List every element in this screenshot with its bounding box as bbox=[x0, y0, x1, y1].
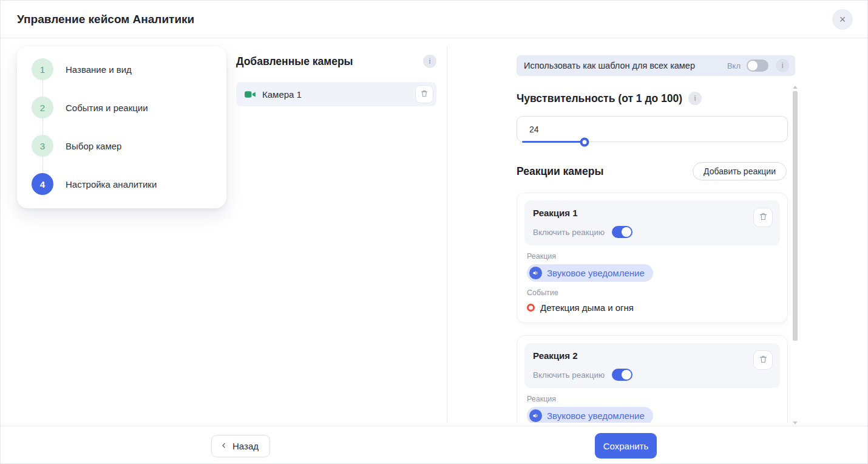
enable-reaction-label: Включить реакцию bbox=[533, 228, 605, 237]
step-connector bbox=[42, 80, 43, 97]
sensitivity-header: Чувствительность (от 1 до 100) i bbox=[517, 92, 702, 105]
reaction-card-2: Реакция 2 Включить реакцию Реакция bbox=[517, 335, 788, 423]
modal-footer: Назад Сохранить bbox=[1, 426, 867, 464]
event-field-label: Событие bbox=[527, 288, 778, 297]
sensitivity-field bbox=[517, 116, 788, 142]
step-number-badge: 3 bbox=[32, 135, 53, 157]
scrollbar bbox=[791, 86, 799, 426]
delete-reaction-button[interactable] bbox=[753, 208, 773, 227]
close-icon: × bbox=[839, 14, 846, 25]
sensitivity-slider-thumb[interactable] bbox=[580, 137, 589, 146]
reaction-field-label: Реакция bbox=[527, 395, 778, 403]
camera-reactions-title: Реакции камеры bbox=[517, 165, 603, 178]
template-banner: Использовать как шаблон для всех камер В… bbox=[517, 55, 795, 76]
close-button[interactable]: × bbox=[832, 9, 853, 30]
event-row: Детекция дыма и огня bbox=[527, 302, 778, 313]
step-label: Название и вид bbox=[66, 64, 132, 75]
toggle-knob bbox=[622, 370, 631, 380]
chevron-left-icon bbox=[220, 441, 228, 451]
sensitivity-title: Чувствительность (от 1 до 100) bbox=[517, 92, 682, 105]
sensitivity-slider-fill bbox=[522, 141, 585, 143]
reactions-list: Реакция 1 Включить реакцию Реакция bbox=[517, 193, 788, 423]
reaction-card-body: Реакция Звуковое уведомление Событие Дет… bbox=[517, 252, 787, 313]
stepper-step-1[interactable]: 1 Название и вид bbox=[32, 58, 226, 80]
back-button[interactable]: Назад bbox=[211, 435, 270, 457]
page-title: Управление кейсом Аналитики bbox=[17, 13, 194, 26]
scrollbar-thumb[interactable] bbox=[793, 91, 798, 341]
trash-icon bbox=[759, 355, 768, 366]
delete-camera-button[interactable] bbox=[415, 85, 433, 103]
stepper-card: 1 Название и вид 2 События и реакции 3 В… bbox=[17, 46, 226, 208]
back-button-label: Назад bbox=[232, 441, 259, 451]
step-label: Выбор камер bbox=[66, 141, 121, 151]
camera-icon bbox=[245, 90, 256, 98]
reaction-chip-label: Звуковое уведомление bbox=[547, 268, 645, 278]
camera-name: Камера 1 bbox=[262, 89, 415, 100]
trash-icon bbox=[759, 212, 768, 223]
sensitivity-input[interactable] bbox=[529, 117, 675, 142]
reaction-chip: Звуковое уведомление bbox=[527, 407, 653, 423]
step-number-badge: 4 bbox=[32, 173, 53, 195]
template-toggle[interactable] bbox=[747, 60, 768, 72]
reaction-card-1: Реакция 1 Включить реакцию Реакция bbox=[517, 193, 788, 323]
enable-reaction-toggle[interactable] bbox=[612, 226, 632, 238]
toggle-knob bbox=[622, 227, 631, 237]
add-reactions-button[interactable]: Добавить реакции bbox=[693, 162, 787, 180]
enable-reaction-row: Включить реакцию bbox=[533, 226, 771, 238]
stepper-step-4-active[interactable]: 4 Настройка аналитики bbox=[32, 173, 226, 195]
delete-reaction-button[interactable] bbox=[753, 350, 773, 370]
enable-reaction-toggle[interactable] bbox=[612, 369, 632, 381]
sensitivity-info-icon[interactable]: i bbox=[688, 92, 702, 105]
sensitivity-slider bbox=[522, 141, 782, 143]
reaction-field-label: Реакция bbox=[527, 252, 778, 261]
reaction-title: Реакция 1 bbox=[533, 208, 771, 218]
enable-reaction-row: Включить реакцию bbox=[533, 369, 771, 381]
template-banner-label: Использовать как шаблон для всех камер bbox=[524, 61, 727, 70]
speaker-icon bbox=[529, 267, 542, 279]
step-connector bbox=[42, 118, 43, 135]
vertical-divider bbox=[447, 46, 447, 423]
step-label: Настройка аналитики bbox=[66, 179, 157, 189]
speaker-icon bbox=[529, 409, 542, 422]
reaction-chip-label: Звуковое уведомление bbox=[547, 411, 645, 421]
stepper-step-3[interactable]: 3 Выбор камер bbox=[32, 135, 226, 157]
modal-header: Управление кейсом Аналитики × bbox=[1, 1, 867, 38]
template-toggle-label: Вкл bbox=[727, 61, 741, 70]
stepper-step-2[interactable]: 2 События и реакции bbox=[32, 97, 226, 118]
scrollbar-up-arrow[interactable] bbox=[793, 86, 798, 89]
added-cameras-info-icon[interactable]: i bbox=[423, 55, 436, 68]
added-cameras-title: Добавленные камеры bbox=[236, 55, 353, 68]
save-button[interactable]: Сохранить bbox=[595, 433, 657, 459]
trash-icon bbox=[420, 89, 429, 100]
step-connector bbox=[42, 157, 43, 173]
reaction-card-header: Реакция 2 Включить реакцию bbox=[524, 343, 780, 388]
scrollbar-down-arrow[interactable] bbox=[793, 421, 798, 425]
toggle-knob bbox=[748, 61, 758, 70]
event-ring-icon bbox=[527, 304, 535, 312]
analytics-case-modal: Управление кейсом Аналитики × 1 Название… bbox=[0, 0, 868, 464]
reaction-card-header: Реакция 1 Включить реакцию bbox=[524, 200, 780, 245]
step-number-badge: 2 bbox=[32, 97, 53, 118]
template-info-icon[interactable]: i bbox=[776, 59, 789, 72]
camera-list-item: Камера 1 bbox=[236, 82, 436, 106]
reaction-card-body: Реакция Звуковое уведомление Событие bbox=[517, 395, 787, 423]
reaction-chip: Звуковое уведомление bbox=[527, 264, 653, 282]
step-label: События и реакции bbox=[66, 103, 148, 113]
reaction-title: Реакция 2 bbox=[533, 350, 771, 361]
step-number-badge: 1 bbox=[32, 58, 53, 80]
enable-reaction-label: Включить реакцию bbox=[533, 370, 605, 380]
event-name: Детекция дыма и огня bbox=[540, 302, 634, 313]
